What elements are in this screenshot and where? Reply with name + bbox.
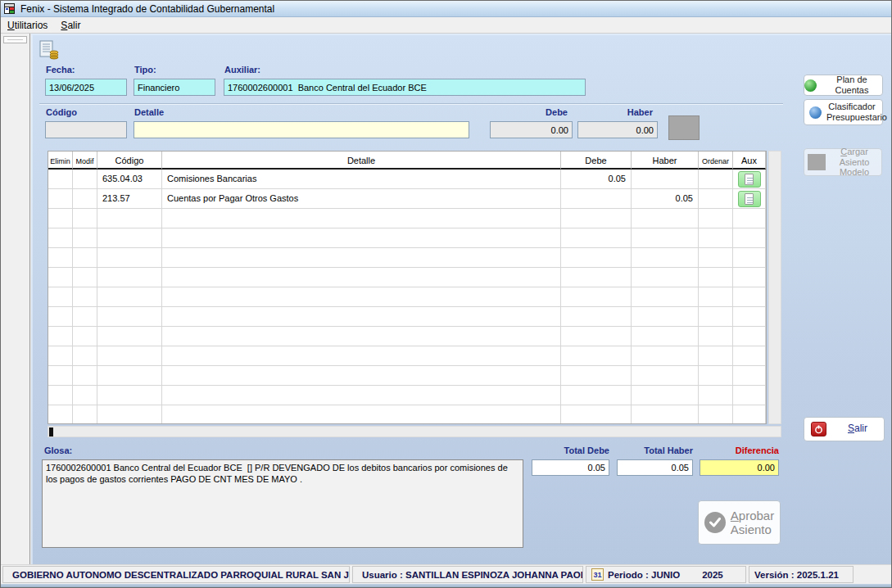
- cell-elimin: [48, 170, 73, 189]
- cell-ordenar: [699, 287, 733, 307]
- cell-ordenar: [699, 405, 733, 424]
- cell-haber: [632, 209, 699, 228]
- cell-ordenar: [699, 366, 733, 386]
- menu-salir[interactable]: Salir: [54, 18, 87, 33]
- table-row[interactable]: [48, 268, 766, 287]
- cell-modif: [73, 189, 97, 209]
- table-row[interactable]: [48, 346, 766, 366]
- cell-ordenar: [699, 228, 733, 248]
- tipo-input[interactable]: [134, 79, 215, 96]
- table-row[interactable]: 213.57Cuentas por Pagar Otros Gastos0.05: [48, 189, 766, 209]
- column-header-haber: Haber: [632, 152, 699, 170]
- clasificador-presupuestario-button[interactable]: Clasificador Presupuestario: [804, 99, 883, 125]
- cell-modif: [73, 386, 97, 405]
- table-row[interactable]: 635.04.03Comisiones Bancarias0.05: [48, 170, 766, 189]
- codigo-input[interactable]: [45, 121, 127, 138]
- cell-codigo: [97, 307, 162, 327]
- cell-haber: [632, 327, 699, 346]
- detalle-input[interactable]: [134, 121, 469, 138]
- cell-debe: [561, 386, 632, 405]
- plan-de-cuentas-button[interactable]: Plan de Cuentas: [804, 75, 883, 96]
- cell-elimin: [48, 405, 73, 424]
- debe-input[interactable]: [490, 121, 573, 138]
- cell-elimin: [48, 209, 73, 228]
- cell-elimin: [48, 346, 73, 366]
- diferencia-input[interactable]: [700, 459, 779, 476]
- column-header-aux: Aux: [733, 152, 766, 170]
- title-bar: Fenix - Sistema Integrado de Contabilida…: [1, 1, 891, 17]
- table-row[interactable]: [48, 287, 766, 307]
- status-periodo: 31 Periodo : JUNIO 2025: [586, 566, 746, 583]
- table-h-scrollbar[interactable]: [48, 426, 781, 437]
- column-header-codigo: Código: [97, 152, 162, 170]
- cell-ordenar: [699, 170, 733, 189]
- haber-input[interactable]: [577, 121, 658, 138]
- cell-debe: [561, 327, 632, 346]
- menu-utilitarios[interactable]: Utilitarios: [1, 18, 54, 33]
- cell-detalle: [162, 268, 561, 287]
- document-icon: [745, 193, 754, 205]
- table-row[interactable]: [48, 405, 766, 424]
- cell-aux: [733, 327, 766, 346]
- auxiliar-label: Auxiliar:: [224, 65, 260, 75]
- table-row[interactable]: [48, 209, 766, 228]
- cell-elimin: [48, 366, 73, 386]
- cell-codigo: 213.57: [97, 189, 162, 209]
- aux-button[interactable]: [738, 171, 761, 188]
- entry-table-header: EliminModifCódigoDetalleDebeHaberOrdenar…: [48, 152, 766, 170]
- cell-detalle: Comisiones Bancarias: [162, 170, 561, 189]
- table-row[interactable]: [48, 386, 766, 405]
- power-icon: [811, 422, 826, 436]
- salir-button[interactable]: Salir: [804, 417, 885, 441]
- cell-haber: [632, 405, 699, 424]
- aux-button[interactable]: [738, 191, 761, 207]
- column-header-modif: Modif: [73, 152, 97, 170]
- cell-debe: [561, 307, 632, 327]
- table-row[interactable]: [48, 228, 766, 248]
- cargar-asiento-modelo-button[interactable]: Cargar Asiento Modelo: [804, 148, 882, 176]
- cell-debe: [561, 209, 632, 228]
- collapsed-toolbar-handle[interactable]: [3, 36, 27, 43]
- document-icon: [745, 174, 754, 185]
- cell-codigo: [97, 287, 162, 307]
- cell-debe: 0.05: [561, 170, 632, 189]
- fecha-label: Fecha:: [46, 65, 75, 75]
- auxiliar-input[interactable]: [224, 79, 586, 96]
- cell-aux: [733, 287, 766, 307]
- column-header-debe: Debe: [561, 152, 632, 170]
- cargar-asiento-label: Cargar Asiento Modelo: [831, 147, 878, 178]
- cell-modif: [73, 346, 97, 366]
- cell-aux: [733, 386, 766, 405]
- journal-entry-icon: [39, 40, 61, 60]
- cell-codigo: [97, 248, 162, 268]
- app-icon: [4, 3, 16, 15]
- table-row[interactable]: [48, 248, 766, 268]
- row-action-button[interactable]: [668, 115, 700, 140]
- cell-detalle: [162, 307, 561, 327]
- window-bottom-edge: [1, 584, 891, 587]
- total-haber-input[interactable]: [617, 459, 693, 476]
- cell-aux: [733, 405, 766, 424]
- cell-codigo: [97, 268, 162, 287]
- glosa-textarea[interactable]: 1760002600001 Banco Central del Ecuador …: [42, 459, 523, 548]
- cell-debe: [561, 405, 632, 424]
- total-haber-label: Total Haber: [617, 446, 693, 455]
- column-header-elimin: Elimin: [48, 152, 73, 170]
- table-row[interactable]: [48, 366, 766, 386]
- cell-ordenar: [699, 209, 733, 228]
- cell-elimin: [48, 228, 73, 248]
- cell-aux: [733, 268, 766, 287]
- clasificador-label: Clasificador Presupuestario: [826, 102, 877, 122]
- fecha-input[interactable]: [45, 79, 127, 96]
- cell-ordenar: [699, 346, 733, 366]
- usuario-text: Usuario : SANTILLAN ESPINOZA JOHANNA PAO…: [362, 570, 583, 580]
- h-scrollbar-thumb[interactable]: [49, 427, 53, 436]
- aprobar-asiento-button[interactable]: Aprobar Asiento: [698, 500, 781, 545]
- diferencia-label: Diferencia: [700, 446, 779, 455]
- periodo-text: Periodo : JUNIO: [608, 570, 680, 580]
- cell-detalle: [162, 405, 561, 424]
- table-v-scrollbar[interactable]: [768, 151, 781, 424]
- table-row[interactable]: [48, 307, 766, 327]
- total-debe-input[interactable]: [532, 459, 609, 476]
- table-row[interactable]: [48, 327, 766, 346]
